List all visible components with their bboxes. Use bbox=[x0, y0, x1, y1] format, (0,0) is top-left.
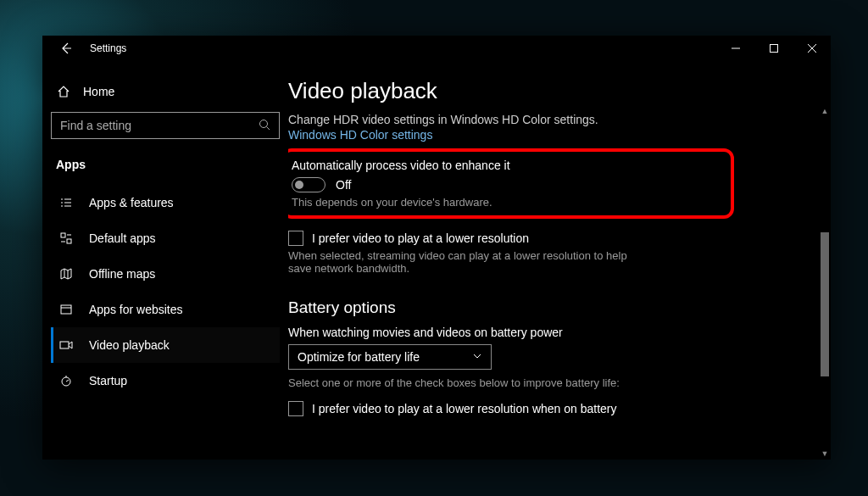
lower-resolution-hint: When selected, streaming video can play … bbox=[288, 249, 627, 275]
window-title: Settings bbox=[90, 42, 126, 54]
list-icon bbox=[58, 196, 74, 209]
sidebar-section-header: Apps bbox=[51, 151, 280, 185]
search-placeholder: Find a setting bbox=[60, 119, 131, 132]
scrollbar[interactable]: ▲ ▼ bbox=[819, 105, 831, 460]
sidebar-item-apps-features[interactable]: Apps & features bbox=[51, 185, 280, 220]
svg-point-4 bbox=[260, 120, 268, 127]
sidebar-item-default-apps[interactable]: Default apps bbox=[51, 220, 280, 256]
window-controls bbox=[716, 36, 831, 61]
sidebar-item-offline-maps[interactable]: Offline maps bbox=[51, 256, 280, 292]
close-button[interactable] bbox=[793, 36, 831, 61]
startup-icon bbox=[58, 374, 74, 387]
back-arrow-icon bbox=[60, 42, 72, 54]
back-button[interactable] bbox=[51, 36, 81, 61]
search-icon bbox=[259, 119, 270, 133]
sidebar-item-apps-for-websites[interactable]: Apps for websites bbox=[51, 292, 280, 327]
highlighted-section: Automatically process video to enhance i… bbox=[288, 148, 734, 219]
scroll-up-icon[interactable]: ▲ bbox=[819, 105, 831, 117]
lower-resolution-checkbox[interactable] bbox=[288, 231, 303, 246]
svg-rect-13 bbox=[67, 239, 71, 243]
sidebar-item-label: Default apps bbox=[89, 231, 156, 245]
map-icon bbox=[58, 267, 74, 281]
content-area: Video playback Change HDR video settings… bbox=[288, 61, 831, 460]
battery-lower-res-checkbox[interactable] bbox=[288, 401, 303, 416]
defaults-icon bbox=[58, 231, 74, 245]
svg-line-5 bbox=[267, 126, 270, 130]
sidebar-item-label: Startup bbox=[89, 374, 127, 387]
maximize-icon bbox=[770, 44, 778, 53]
lower-resolution-label: I prefer video to play at a lower resolu… bbox=[312, 231, 529, 245]
minimize-button[interactable] bbox=[716, 36, 754, 61]
battery-lower-res-label: I prefer video to play at a lower resolu… bbox=[312, 402, 617, 415]
svg-rect-1 bbox=[770, 45, 777, 53]
sidebar-item-label: Video playback bbox=[89, 338, 170, 352]
auto-enhance-toggle[interactable] bbox=[292, 177, 326, 192]
scroll-down-icon[interactable]: ▼ bbox=[819, 448, 831, 460]
maximize-button[interactable] bbox=[754, 36, 793, 61]
battery-when-label: When watching movies and videos on batte… bbox=[288, 326, 800, 339]
sidebar-item-startup[interactable]: Startup bbox=[51, 363, 280, 398]
svg-rect-12 bbox=[61, 233, 65, 237]
search-input[interactable]: Find a setting bbox=[51, 112, 280, 139]
svg-line-20 bbox=[66, 380, 69, 382]
sidebar-home[interactable]: Home bbox=[51, 76, 280, 107]
chevron-down-icon bbox=[472, 350, 482, 364]
website-icon bbox=[58, 303, 74, 316]
hdr-description: Change HDR video settings in Windows HD … bbox=[288, 113, 800, 126]
battery-options-heading: Battery options bbox=[288, 298, 800, 317]
sidebar-item-label: Apps for websites bbox=[89, 303, 183, 316]
minimize-icon bbox=[732, 44, 740, 53]
titlebar: Settings bbox=[42, 36, 831, 61]
battery-improve-text: Select one or more of the check boxes be… bbox=[288, 376, 800, 389]
sidebar-item-label: Apps & features bbox=[89, 196, 174, 209]
auto-enhance-label: Automatically process video to enhance i… bbox=[292, 159, 510, 172]
toggle-knob bbox=[295, 181, 303, 189]
page-title: Video playback bbox=[288, 78, 800, 104]
sidebar-item-video-playback[interactable]: Video playback bbox=[51, 327, 280, 363]
video-icon bbox=[58, 338, 74, 352]
auto-enhance-hint: This depends on your device's hardware. bbox=[292, 196, 510, 209]
sidebar-item-label: Offline maps bbox=[89, 267, 155, 281]
scroll-thumb[interactable] bbox=[821, 232, 829, 376]
home-label: Home bbox=[83, 85, 114, 98]
svg-rect-18 bbox=[60, 342, 69, 348]
battery-optimize-dropdown[interactable]: Optimize for battery life bbox=[288, 344, 492, 370]
settings-window: Settings Home Find a setting bbox=[42, 36, 831, 460]
sidebar: Home Find a setting Apps Apps & features bbox=[42, 61, 288, 460]
hdr-settings-link[interactable]: Windows HD Color settings bbox=[288, 128, 800, 142]
close-icon bbox=[808, 44, 816, 53]
home-icon bbox=[56, 85, 71, 98]
toggle-state: Off bbox=[336, 178, 351, 192]
dropdown-value: Optimize for battery life bbox=[298, 350, 420, 364]
svg-rect-16 bbox=[61, 305, 71, 314]
